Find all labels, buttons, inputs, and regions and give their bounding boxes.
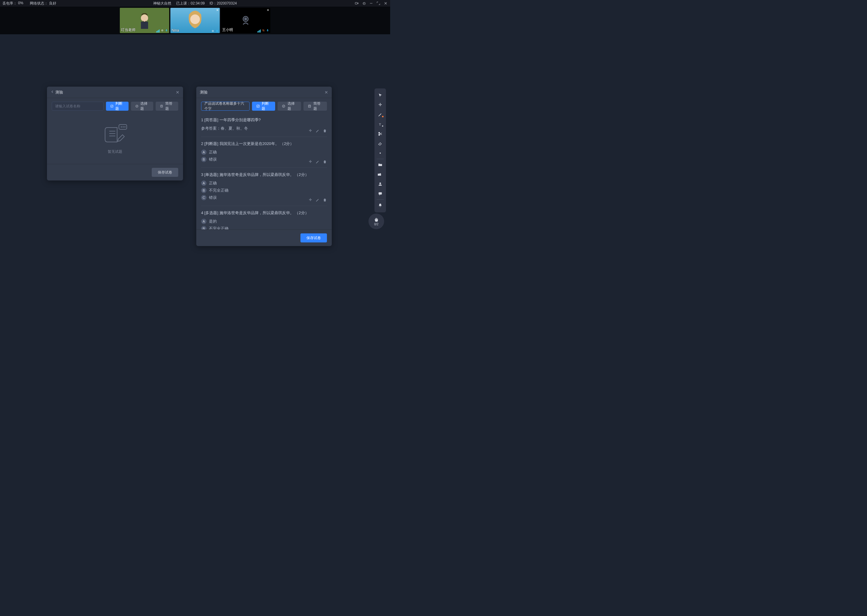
loss-val: 0% (18, 1, 23, 6)
question-block: 1 [简答题] 一年四季分别是哪四季?参考答案：春、夏、秋、冬 (201, 113, 327, 137)
avatar-icon (183, 8, 207, 33)
quiz-dialog-empty: 测验 ✕ 判断题 选择题 简答题 (47, 86, 183, 181)
topbar-center: 神秘大自然 已上课：02:34:09 ID：2020070324 (153, 1, 236, 6)
move-icon[interactable] (308, 160, 312, 164)
camera-off-icon (240, 14, 252, 27)
video-tile-student-2[interactable]: ✕ 王小明 (221, 8, 270, 33)
edit-icon[interactable] (315, 160, 320, 164)
right-toolbar: T (375, 88, 386, 212)
camera-switch-icon[interactable] (355, 1, 359, 5)
question-block: 4 [多选题] 施华洛世奇是反华品牌，所以梁鼎琪反华。 （2分）A是的B不完全正… (201, 206, 327, 229)
tool-scissors[interactable] (375, 129, 385, 138)
loss-label: 丢包率： (2, 1, 17, 6)
dialog-header: 测验 ✕ (196, 86, 332, 98)
video-close-icon[interactable]: ✕ (267, 8, 269, 12)
tool-chat[interactable] (375, 189, 385, 198)
question-title: 1 [简答题] 一年四季分别是哪四季? (201, 117, 327, 123)
svg-rect-11 (217, 30, 218, 31)
question-option[interactable]: A是的 (201, 218, 327, 224)
move-icon[interactable] (308, 129, 312, 133)
tool-toolbox[interactable] (375, 170, 385, 179)
edit-icon[interactable] (315, 198, 320, 202)
tool-bell[interactable] (375, 201, 385, 210)
quiz-name-badge[interactable]: 产品说试卷名称最多十六个字 (201, 102, 249, 111)
tab-choice[interactable]: 选择题 (131, 102, 153, 111)
id-label: ID： (210, 1, 217, 5)
course-title: 神秘大自然 (153, 1, 171, 6)
option-text: 不完全正确 (209, 226, 229, 229)
question-option[interactable]: B不完全正确 (201, 188, 327, 193)
topbar-left: 丢包率： 0% 网络状态： 良好 (2, 1, 56, 6)
svg-rect-6 (166, 29, 167, 31)
tool-user[interactable] (375, 179, 385, 189)
close-icon[interactable] (383, 1, 388, 5)
raise-hand-button[interactable]: 0/2 (369, 214, 384, 229)
video-tile-icons (156, 28, 168, 33)
move-icon[interactable] (308, 198, 312, 202)
dialog-body: 暂无试题 (47, 113, 183, 164)
tool-folder[interactable] (375, 160, 385, 169)
question-actions (308, 160, 327, 164)
tab-shortanswer[interactable]: 简答题 (156, 102, 178, 111)
empty-text: 暂无试题 (108, 149, 122, 154)
tool-move[interactable] (375, 101, 385, 110)
option-text: 是的 (209, 218, 217, 224)
dialog-tools: 产品说试卷名称最多十六个字 判断题 选择题 简答题 (196, 98, 332, 113)
tool-laser[interactable] (375, 149, 385, 158)
duration-label: 已上课： (176, 1, 191, 5)
quiz-name-input[interactable] (52, 102, 104, 111)
question-title: 3 [单选题] 施华洛世奇是反华品牌，所以梁鼎琪反华。 （2分） (201, 172, 327, 178)
video-tile-icons (257, 28, 269, 33)
tab-choice[interactable]: 选择题 (277, 102, 301, 111)
save-button[interactable]: 保存试卷 (152, 168, 178, 177)
edit-icon[interactable] (315, 129, 320, 133)
video-close-icon[interactable]: ✕ (216, 8, 219, 12)
quiz-dialog-filled: 测验 ✕ 产品说试卷名称最多十六个字 判断题 选择题 简答题 1 [简答题] 一… (196, 86, 332, 246)
delete-icon[interactable] (323, 129, 327, 133)
tool-pointer[interactable] (375, 91, 385, 100)
question-actions (308, 129, 327, 133)
main-area: 测验 ✕ 判断题 选择题 简答题 (0, 34, 390, 277)
video-tile-teacher[interactable]: 叮当老师 (120, 8, 169, 33)
tool-eraser[interactable] (375, 139, 385, 148)
option-letter: B (201, 188, 207, 193)
gear-icon[interactable] (362, 1, 366, 5)
question-block: 3 [单选题] 施华洛世奇是反华品牌，所以梁鼎琪反华。 （2分）A正确B不完全正… (201, 168, 327, 206)
delete-icon[interactable] (323, 160, 327, 164)
dialog-footer: 保存试卷 (196, 229, 332, 246)
delete-icon[interactable] (323, 198, 327, 202)
camera-icon (161, 29, 164, 32)
video-tile-student-1[interactable]: ✕ Nina (170, 8, 220, 33)
duration-val: 02:34:09 (191, 1, 205, 5)
svg-point-8 (190, 14, 200, 24)
video-name: 叮当老师 (121, 27, 136, 33)
svg-rect-0 (355, 2, 357, 4)
svg-rect-32 (379, 192, 382, 194)
tab-shortanswer[interactable]: 简答题 (303, 102, 327, 111)
close-icon[interactable]: ✕ (325, 90, 328, 95)
tab-judge[interactable]: 判断题 (252, 102, 276, 111)
topbar-right (355, 1, 388, 5)
tab-judge[interactable]: 判断题 (106, 102, 129, 111)
question-option[interactable]: B不完全正确 (201, 226, 327, 229)
camera-muted-icon (262, 29, 265, 32)
svg-rect-15 (267, 29, 268, 31)
svg-point-10 (213, 31, 213, 31)
signal-bars-icon (257, 28, 261, 33)
maximize-icon[interactable] (376, 1, 380, 5)
save-button[interactable]: 保存试卷 (300, 233, 327, 242)
dialog-title: 测验 (200, 90, 208, 95)
close-icon[interactable]: ✕ (176, 90, 180, 95)
question-option[interactable]: A正确 (201, 181, 327, 186)
mic-icon (165, 29, 168, 32)
camera-icon (211, 30, 214, 33)
back-icon[interactable] (50, 90, 54, 94)
tool-text[interactable]: T (375, 120, 385, 129)
question-option[interactable]: A正确 (201, 149, 327, 155)
tool-pen[interactable] (375, 110, 385, 119)
mic-icon (266, 29, 269, 32)
svg-point-20 (121, 127, 121, 127)
minimize-icon[interactable] (369, 1, 373, 5)
topbar: 丢包率： 0% 网络状态： 良好 神秘大自然 已上课：02:34:09 ID：2… (0, 0, 390, 6)
dialog-tools: 判断题 选择题 简答题 (47, 98, 183, 113)
